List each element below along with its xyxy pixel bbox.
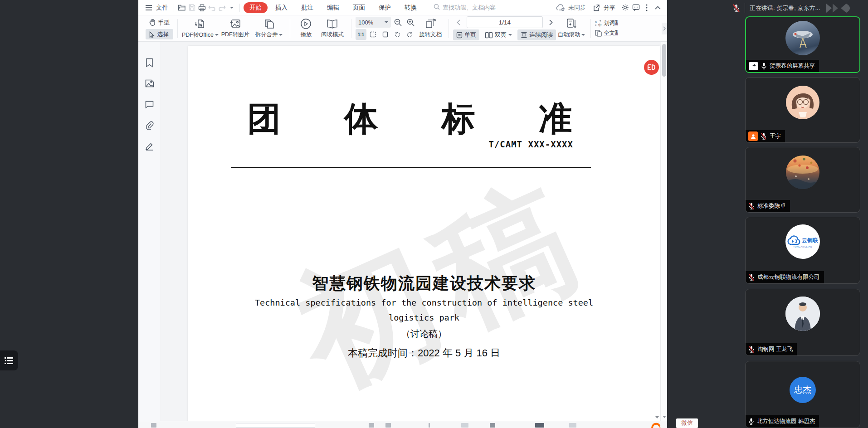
redo-icon[interactable] (217, 3, 227, 13)
standard-number: T/CAMT XXX-XXXX (488, 139, 573, 149)
prev-page-button[interactable] (453, 17, 464, 28)
collapse-ribbon-icon[interactable] (653, 3, 663, 13)
status-icon[interactable] (569, 423, 576, 428)
status-icon[interactable] (385, 423, 391, 428)
page-red-badge[interactable] (644, 60, 659, 75)
tab-convert[interactable]: 转换 (399, 2, 423, 13)
participant-name: 贺宗春的屏幕共享 (770, 62, 815, 70)
thumbnail-panel-toggle-button[interactable] (0, 350, 18, 370)
next-page-button[interactable] (546, 17, 556, 28)
status-icon[interactable] (461, 423, 468, 428)
rotate-document-button[interactable]: 旋转文档 (416, 16, 444, 41)
double-page-button[interactable]: 双页 (482, 29, 515, 40)
kebab-menu-icon[interactable] (642, 3, 652, 13)
play-button[interactable]: 播放 (294, 16, 318, 41)
page-indicator-input[interactable]: 1/14 (467, 16, 543, 28)
search-input[interactable]: 查找功能、文档内容 (434, 4, 510, 12)
document-canvas[interactable]: 初稿 团 体 标 准 T/CAMT XXX-XXXX 智慧钢铁物流园建设技术要求… (161, 42, 661, 421)
toolbar-more-caret-icon[interactable] (227, 3, 237, 13)
zoom-group: 100% 1:1 (356, 17, 416, 40)
zoom-level-select[interactable]: 100% (356, 17, 391, 28)
word-translate-button[interactable]: a中 划词翻译 (595, 19, 618, 27)
participant-name: 成都云钢联物流有限公司 (757, 273, 820, 281)
status-icon[interactable] (429, 423, 430, 428)
actual-size-button[interactable]: 1:1 (356, 29, 366, 40)
file-menu[interactable]: 文件 (141, 2, 171, 13)
zoom-in-button[interactable] (405, 17, 416, 28)
feedback-chat-icon[interactable] (631, 3, 641, 13)
auto-scroll-icon (566, 18, 576, 29)
mic-muted-icon (748, 346, 755, 353)
settings-gear-icon[interactable] (620, 3, 630, 13)
scrollbar-down-arrow[interactable] (663, 416, 666, 418)
continuous-read-icon (521, 32, 527, 38)
company-logo-text: 云钢联 (802, 237, 818, 244)
status-icon[interactable] (369, 423, 374, 428)
rotate-right-button[interactable] (405, 29, 415, 40)
bookmark-icon[interactable] (144, 57, 155, 68)
share-icon[interactable] (591, 3, 601, 13)
muted-mic-icon[interactable] (732, 4, 741, 13)
pdf-to-image-button[interactable]: PDF转图片 (219, 16, 252, 41)
wechat-tooltip: 微信 (676, 418, 698, 428)
select-cursor-icon (149, 31, 155, 38)
continuous-read-label: 连续阅读 (529, 31, 553, 39)
participant-tile[interactable]: 忠杰 北方恒达物流园 韩思杰 (745, 361, 860, 428)
select-tool-button[interactable]: 选择 (146, 29, 173, 39)
ribbon-overflow-arrow[interactable] (662, 23, 667, 34)
tab-edit[interactable]: 编辑 (321, 2, 345, 13)
tab-insert[interactable]: 插入 (269, 2, 293, 13)
rotate-left-button[interactable] (392, 29, 403, 40)
signature-icon[interactable] (144, 141, 155, 151)
full-translate-button[interactable]: 全文翻译 (595, 29, 618, 37)
zoom-out-button[interactable] (393, 17, 404, 28)
pdf-page[interactable]: 初稿 团 体 标 准 T/CAMT XXX-XXXX 智慧钢铁物流园建设技术要求… (188, 46, 660, 421)
continuous-read-button[interactable]: 连续阅读 (517, 29, 556, 40)
participant-tile-screen-share[interactable]: 贺宗春的屏幕共享 (745, 16, 860, 73)
pdf-app-window: 文件 开始 插入 批注 编辑 页面 保护 转换 查找功能、文档 (138, 0, 667, 428)
share-label[interactable]: 分享 (604, 4, 615, 12)
participant-tile[interactable]: 王宇 (745, 77, 860, 143)
participant-tile[interactable]: 云钢联 YUNGANGLIAN 成都云钢联物流有限公司 (745, 217, 860, 284)
tab-home[interactable]: 开始 (244, 2, 268, 13)
participant-label: 成都云钢联物流有限公司 (746, 271, 824, 283)
read-mode-button[interactable]: 阅读模式 (318, 16, 347, 41)
tab-comment[interactable]: 批注 (295, 2, 319, 13)
save-icon[interactable] (187, 3, 197, 13)
image-panel-icon[interactable] (144, 78, 155, 89)
undo-icon[interactable] (207, 3, 217, 13)
participant-tile[interactable]: 标准委陈卓 (745, 147, 860, 213)
auto-scroll-button[interactable]: 自动滚动 (556, 16, 586, 41)
participant-label: 淘钢网 王龙飞 (746, 343, 797, 355)
split-merge-button[interactable]: 拆分合并 (252, 16, 286, 41)
participant-tile[interactable]: 淘钢网 王龙飞 (745, 289, 860, 356)
comment-panel-icon[interactable] (144, 99, 155, 110)
wps-orange-logo[interactable] (651, 422, 661, 428)
print-icon[interactable] (197, 3, 207, 13)
open-folder-icon[interactable] (177, 3, 187, 13)
pdf-to-office-button[interactable]: PDF转Office (182, 16, 219, 41)
attachment-icon[interactable] (144, 120, 155, 131)
fit-page-button[interactable] (380, 29, 391, 40)
tab-protect[interactable]: 保护 (373, 2, 397, 13)
meeting-speaking-bar: 正在讲话: 贺宗春; 京东方... (724, 0, 868, 16)
divider (177, 19, 178, 38)
auto-scroll-label: 自动滚动 (557, 31, 580, 39)
avatar-illustrated-girl (786, 86, 819, 119)
status-field[interactable] (236, 423, 315, 428)
status-icon[interactable] (490, 423, 495, 428)
cloud-sync-icon[interactable] (556, 3, 566, 13)
divider (239, 4, 240, 12)
svg-text:中: 中 (598, 23, 602, 27)
canvas-scroll-down-icon[interactable] (655, 416, 659, 418)
vertical-scrollbar[interactable] (661, 42, 667, 421)
single-page-button[interactable]: 单页 (453, 29, 479, 40)
menu-bar: 文件 开始 插入 批注 编辑 页面 保护 转换 查找功能、文档 (138, 0, 667, 15)
fit-width-button[interactable] (368, 29, 379, 40)
status-thumbnail-icon[interactable] (151, 423, 156, 428)
status-icon[interactable] (535, 423, 544, 428)
tab-page[interactable]: 页面 (347, 2, 371, 13)
scrollbar-thumb[interactable] (662, 44, 666, 77)
hand-tool-label: 手型 (158, 19, 170, 27)
hand-tool-button[interactable]: 手型 (146, 17, 173, 28)
